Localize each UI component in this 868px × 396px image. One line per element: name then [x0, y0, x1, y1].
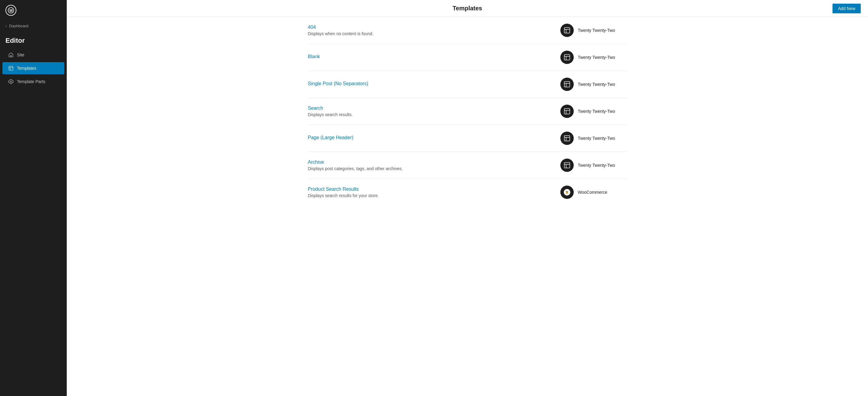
svg-rect-20	[564, 136, 570, 141]
template-info: Single Post (No Separators)	[308, 81, 560, 88]
template-info: Blank	[308, 54, 560, 61]
theme-name: Twenty Twenty-Two	[578, 55, 615, 60]
template-source: Twenty Twenty-Two	[560, 132, 627, 145]
template-list: 404 Displays when no content is found. T…	[301, 17, 634, 206]
back-arrow-icon: ‹	[5, 24, 7, 28]
template-parts-label: Template Parts	[17, 79, 45, 84]
template-row: Product Search Results Displays search r…	[308, 179, 627, 206]
theme-icon	[560, 105, 574, 118]
theme-name: Twenty Twenty-Two	[578, 163, 615, 168]
template-info: Page (Large Header)	[308, 135, 560, 142]
wp-logo-icon: W	[5, 5, 17, 16]
template-source: ⚡ WooCommerce	[560, 186, 627, 199]
sidebar-item-template-parts[interactable]: Template Parts	[2, 75, 64, 88]
add-new-button[interactable]: Add New	[833, 4, 861, 13]
svg-rect-3	[9, 66, 13, 70]
theme-icon	[560, 24, 574, 37]
svg-marker-7	[10, 81, 12, 83]
template-description: Displays search results.	[308, 112, 560, 117]
svg-rect-11	[564, 55, 570, 60]
template-name-link[interactable]: Page (Large Header)	[308, 135, 560, 140]
sidebar-item-templates[interactable]: Templates	[2, 62, 64, 74]
svg-rect-8	[564, 28, 570, 33]
templates-icon	[8, 65, 14, 71]
template-name-link[interactable]: Search	[308, 105, 560, 111]
template-description: Displays post categories, tags, and othe…	[308, 166, 560, 171]
svg-rect-14	[564, 81, 570, 87]
site-label: Site	[17, 53, 24, 57]
theme-name: WooCommerce	[578, 190, 608, 195]
dashboard-label: Dashboard	[9, 24, 29, 28]
template-row: Blank Twenty Twenty-Two	[308, 44, 627, 71]
template-description: Displays when no content is found.	[308, 31, 560, 36]
sidebar-item-site[interactable]: Site	[2, 49, 64, 61]
template-name-link[interactable]: Single Post (No Separators)	[308, 81, 560, 87]
template-row: Archive Displays post categories, tags, …	[308, 152, 627, 179]
template-name-link[interactable]: Blank	[308, 54, 560, 59]
svg-text:W: W	[9, 8, 13, 13]
template-name-link[interactable]: 404	[308, 25, 560, 30]
main-content: Templates Add New 404 Displays when no c…	[67, 0, 868, 396]
template-description: Displays search results for your store.	[308, 193, 560, 198]
template-info: 404 Displays when no content is found.	[308, 25, 560, 36]
template-row: Page (Large Header) Twenty Twenty-Two	[308, 125, 627, 152]
theme-icon	[560, 159, 574, 172]
template-name-link[interactable]: Archive	[308, 160, 560, 165]
template-source: Twenty Twenty-Two	[560, 78, 627, 91]
theme-name: Twenty Twenty-Two	[578, 28, 615, 33]
sidebar: W ‹ Dashboard Editor Site Templates	[0, 0, 67, 396]
template-source: Twenty Twenty-Two	[560, 159, 627, 172]
template-info: Archive Displays post categories, tags, …	[308, 160, 560, 171]
template-row: 404 Displays when no content is found. T…	[308, 17, 627, 44]
home-icon	[8, 52, 14, 58]
theme-icon	[560, 132, 574, 145]
template-info: Search Displays search results.	[308, 105, 560, 117]
dashboard-link[interactable]: ‹ Dashboard	[0, 21, 67, 31]
theme-name: Twenty Twenty-Two	[578, 82, 615, 87]
theme-icon	[560, 51, 574, 64]
template-source: Twenty Twenty-Two	[560, 105, 627, 118]
content-area: 404 Displays when no content is found. T…	[67, 17, 868, 396]
template-source: Twenty Twenty-Two	[560, 51, 627, 64]
svg-text:⚡: ⚡	[565, 190, 569, 195]
svg-rect-23	[564, 163, 570, 168]
theme-icon	[560, 78, 574, 91]
templates-label: Templates	[17, 66, 36, 71]
template-row: Search Displays search results. Twenty T…	[308, 98, 627, 125]
theme-name: Twenty Twenty-Two	[578, 109, 615, 114]
wp-logo[interactable]: W	[0, 0, 67, 21]
page-title: Templates	[453, 5, 482, 12]
template-info: Product Search Results Displays search r…	[308, 187, 560, 198]
template-name-link[interactable]: Product Search Results	[308, 187, 560, 192]
template-row: Single Post (No Separators) Twenty Twent…	[308, 71, 627, 98]
theme-name: Twenty Twenty-Two	[578, 136, 615, 141]
editor-title: Editor	[0, 31, 67, 48]
page-header: Templates Add New	[67, 0, 868, 17]
template-source: Twenty Twenty-Two	[560, 24, 627, 37]
template-parts-icon	[8, 78, 14, 85]
theme-icon: ⚡	[560, 186, 574, 199]
svg-rect-2	[10, 56, 12, 57]
svg-rect-17	[564, 108, 570, 114]
